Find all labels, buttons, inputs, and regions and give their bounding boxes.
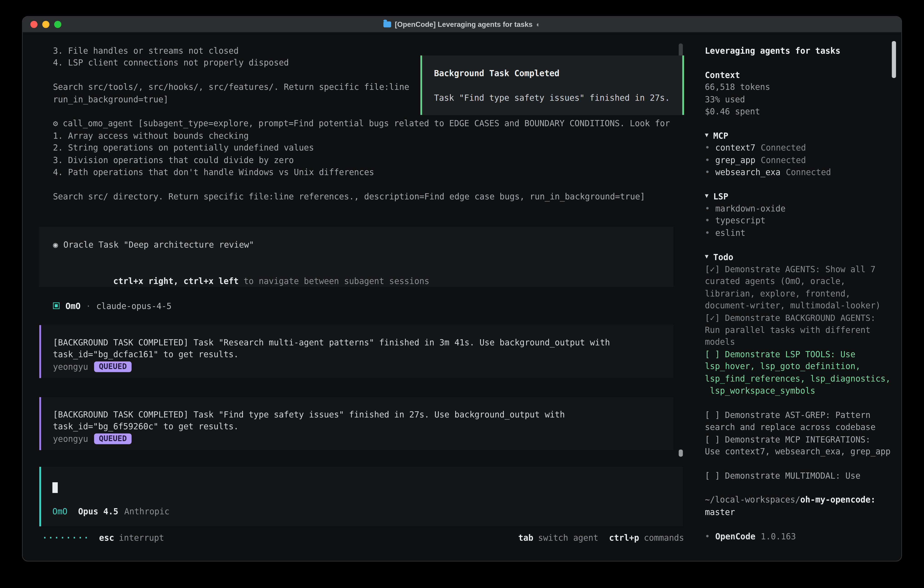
mcp-status: Connected	[761, 154, 806, 166]
tab-key-hint: tab	[518, 532, 533, 543]
oracle-task-title: Oracle Task "Deep architecture review"	[63, 239, 254, 251]
ctrlp-key-label: commands	[644, 532, 684, 543]
lsp-name: markdown-oxide	[715, 202, 785, 215]
input-cursor-line	[52, 481, 683, 494]
message-line: task_id="bg_6f59260c" to get results.	[53, 420, 673, 433]
separator-dot: ·	[86, 300, 91, 312]
bullet-icon	[705, 202, 710, 215]
status-badge: QUEUED	[94, 433, 132, 444]
mcp-item: grep_app Connected	[705, 154, 898, 166]
lsp-heading: LSP	[713, 190, 728, 202]
main-scrollbar-thumb[interactable]	[679, 449, 683, 457]
todo-item: [ ] Demonstrate AST-GREP: Patternsearch …	[705, 409, 898, 433]
chevron-down-icon	[705, 129, 708, 141]
agent-name: OmO	[66, 300, 81, 312]
message-meta: yeongyu QUEUED	[53, 433, 673, 445]
todo-item: [ ] Demonstrate MULTIMODAL: Use	[705, 469, 898, 482]
minimize-window-button[interactable]	[42, 21, 50, 28]
background-task-toast[interactable]: Background Task Completed Task "Find typ…	[421, 56, 684, 115]
window-content: 3. File handles or streams not closed4. …	[23, 33, 901, 561]
todo-item: [ ] Demonstrate LSP TOOLS: Uselsp_hover,…	[705, 348, 898, 397]
screen: [OpenCode] Leveraging agents for tasks ◐…	[0, 0, 924, 588]
subagent-nav-hint: ctrl+x right, ctrl+x left to navigate be…	[53, 263, 673, 275]
version-line: OpenCode 1.0.163	[705, 530, 898, 542]
mcp-status: Connected	[761, 142, 806, 154]
section-lsp-header[interactable]: LSP	[705, 190, 898, 202]
status-bar: ········ esc interrupt tab switch agent …	[42, 532, 684, 543]
agent-model: claude-opus-4-5	[96, 300, 172, 312]
lsp-item: eslint	[705, 227, 898, 239]
mcp-name: grep_app	[715, 154, 756, 166]
input-provider-name: Anthropic	[124, 506, 170, 518]
session-title: Leveraging agents for tasks	[705, 45, 898, 57]
input-agent-name: OmO	[52, 506, 67, 518]
toast-body: Task "Find type safety issues" finished …	[434, 92, 682, 104]
oracle-task-title-line: Oracle Task "Deep architecture review"	[53, 239, 673, 251]
tool-call-lines: 1. Array access without bounds checking2…	[53, 130, 683, 202]
bullet-icon	[705, 227, 710, 239]
context-used: 33% used	[705, 93, 898, 105]
lsp-item: typescript	[705, 215, 898, 227]
text-cursor	[52, 482, 58, 493]
section-mcp-header[interactable]: MCP	[705, 130, 898, 142]
message-line: [BACKGROUND TASK COMPLETED] Task "Find t…	[53, 408, 673, 420]
bullet-icon	[705, 530, 710, 542]
section-todo-header[interactable]: Todo	[705, 251, 898, 263]
agent-square-icon	[53, 303, 59, 309]
half-moon-icon: ◐	[536, 20, 540, 29]
bullet-icon	[705, 166, 710, 178]
lsp-name: eslint	[715, 227, 745, 239]
workspace-branch: master	[705, 506, 898, 518]
window-title-text: [OpenCode] Leveraging agents for tasks	[395, 20, 533, 29]
message-line: [BACKGROUND TASK COMPLETED] Task "Resear…	[53, 336, 673, 349]
todo-item: [✓] Demonstrate AGENTS: Show all 7curate…	[705, 263, 898, 312]
todo-item: [ ] Demonstrate MCP INTEGRATIONS:Use con…	[705, 433, 898, 458]
lsp-name: typescript	[715, 215, 766, 227]
titlebar: [OpenCode] Leveraging agents for tasks ◐	[23, 17, 901, 33]
hint-rest: to navigate between subagent sessions	[239, 276, 429, 286]
agent-header: OmO · claude-opus-4-5	[53, 300, 683, 312]
message-meta: yeongyu QUEUED	[53, 361, 673, 373]
mcp-item: context7 Connected	[705, 142, 898, 154]
ctrlp-key-hint: ctrl+p	[609, 532, 639, 543]
todo-heading: Todo	[713, 251, 733, 263]
prompt-input[interactable]: OmO Opus 4.5 Anthropic	[40, 467, 683, 526]
chevron-down-icon	[705, 190, 708, 202]
todo-item: [✓] Demonstrate BACKGROUND AGENTS:Run pa…	[705, 312, 898, 348]
toast-title: Background Task Completed	[434, 67, 682, 79]
workspace-path: ~/local-workspaces/oh-my-opencode:	[705, 494, 898, 506]
bullet-icon	[705, 154, 710, 166]
gear-icon	[53, 119, 58, 128]
message-author: yeongyu	[53, 433, 88, 445]
bullet-icon	[705, 142, 710, 154]
spinner-dots: ········	[42, 532, 89, 543]
hint-keys: ctrl+x right, ctrl+x left	[113, 276, 239, 286]
status-badge: QUEUED	[94, 361, 132, 372]
esc-key-label: interrupt	[119, 532, 164, 543]
context-spent: $0.46 spent	[705, 105, 898, 117]
zoom-window-button[interactable]	[54, 21, 61, 28]
app-version: 1.0.163	[761, 530, 796, 542]
lsp-item: markdown-oxide	[705, 202, 898, 215]
message-author: yeongyu	[53, 361, 88, 373]
window-title: [OpenCode] Leveraging agents for tasks ◐	[23, 20, 901, 29]
background-task-message: [BACKGROUND TASK COMPLETED] Task "Find t…	[40, 397, 673, 450]
app-name: OpenCode	[715, 530, 756, 542]
oracle-task-panel[interactable]: Oracle Task "Deep architecture review" c…	[40, 227, 673, 287]
close-window-button[interactable]	[30, 21, 38, 28]
input-meta: OmO Opus 4.5 Anthropic	[52, 506, 683, 518]
tool-call-line: call_omo_agent [subagent_type=explore, p…	[53, 117, 683, 130]
workspace-path-prefix: ~/local-workspaces/	[705, 494, 800, 506]
traffic-lights	[23, 21, 61, 28]
esc-key-hint: esc	[99, 532, 114, 543]
terminal-window: [OpenCode] Leveraging agents for tasks ◐…	[22, 16, 902, 562]
mcp-item: websearch_exa Connected	[705, 166, 898, 178]
background-task-message: [BACKGROUND TASK COMPLETED] Task "Resear…	[40, 325, 673, 378]
tab-key-label: switch agent	[538, 532, 599, 543]
sidebar-scrollbar-thumb[interactable]	[892, 41, 896, 78]
mcp-name: websearch_exa	[715, 166, 780, 178]
workspace-repo: oh-my-opencode:	[800, 494, 876, 506]
context-tokens: 66,518 tokens	[705, 81, 898, 93]
tool-call-head: call_omo_agent [subagent_type=explore, p…	[63, 119, 670, 128]
bullet-icon	[705, 215, 710, 227]
